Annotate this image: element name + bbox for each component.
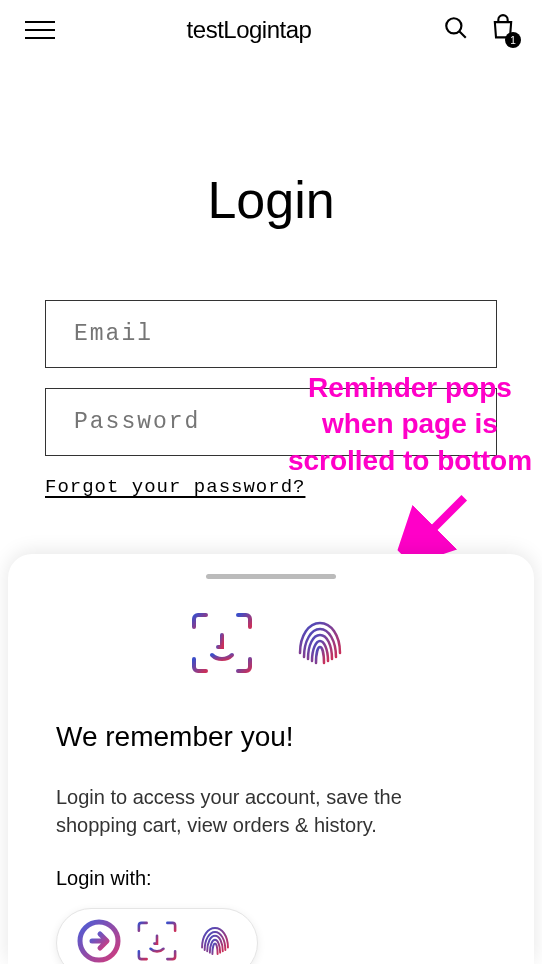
svg-line-3 [413, 498, 465, 550]
enter-icon [77, 919, 121, 964]
fingerprint-small-icon [193, 919, 237, 964]
drag-handle[interactable] [206, 574, 336, 579]
email-field[interactable] [45, 300, 497, 368]
svg-point-0 [446, 18, 461, 33]
sheet-title: We remember you! [56, 721, 486, 753]
page-title: Login [0, 170, 542, 230]
bottom-sheet: We remember you! Login to access your ac… [8, 554, 534, 964]
search-icon[interactable] [443, 15, 469, 45]
login-with-label: Login with: [56, 867, 486, 890]
header: testLogintap 1 [0, 0, 542, 60]
face-id-small-icon [135, 919, 179, 964]
face-id-icon [188, 609, 256, 681]
svg-line-1 [459, 31, 466, 38]
menu-icon[interactable] [25, 21, 55, 39]
fingerprint-icon [286, 609, 354, 681]
brand-title: testLogintap [187, 16, 312, 44]
sheet-description: Login to access your account, save the s… [56, 783, 486, 839]
cart-icon[interactable]: 1 [489, 14, 517, 46]
annotation-reminder: Reminder pops when page is scrolled to b… [280, 370, 540, 479]
biometric-login-button[interactable] [56, 908, 258, 964]
cart-badge: 1 [505, 32, 521, 48]
